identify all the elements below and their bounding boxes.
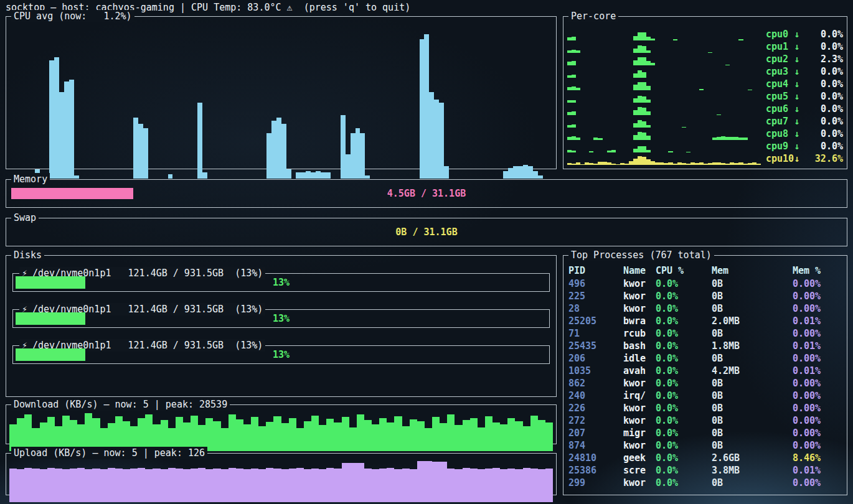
cell-name: avah xyxy=(623,365,656,377)
cell-name: irq/ xyxy=(623,390,656,402)
chart-bar xyxy=(213,469,220,502)
core-label: cpu3↓0.0% xyxy=(766,65,843,78)
table-row: 71rcub0.0%0B0.00% xyxy=(568,327,844,340)
chart-bar xyxy=(567,62,572,65)
chart-bar xyxy=(304,469,311,502)
chart-bar xyxy=(611,150,616,152)
terminal-screen[interactable]: socktop — host: cachyos-gaming | CPU Tem… xyxy=(0,0,853,504)
chart-bar xyxy=(229,468,236,502)
cell-name: kwor xyxy=(623,439,656,452)
chart-bar xyxy=(417,461,425,502)
chart-bar xyxy=(677,162,682,165)
core-usage-value: 0.0% xyxy=(821,65,843,78)
cell-cpu: 0.0% xyxy=(656,352,712,365)
chart-bar xyxy=(236,419,243,451)
cell-name: kwor xyxy=(623,290,656,302)
chart-bar xyxy=(682,163,686,165)
core-row: cpu4↓0.0% xyxy=(567,78,843,90)
core-row: cpu10↓32.6% xyxy=(567,152,843,165)
core-name: cpu3 xyxy=(766,65,794,78)
chart-bar xyxy=(717,162,721,166)
chart-bar xyxy=(567,75,572,78)
cell-name: bwra xyxy=(623,315,656,327)
chart-bar xyxy=(47,468,55,502)
process-table-header: PIDNameCPU %MemMem % xyxy=(568,264,844,278)
download-chart xyxy=(9,413,553,451)
core-label: cpu9↓0.0% xyxy=(766,140,843,152)
chart-bar xyxy=(143,128,148,179)
processes-panel-title: Top Processes (767 total) xyxy=(568,249,714,261)
chart-bar xyxy=(455,469,462,502)
cell-cpu: 0.0% xyxy=(656,464,712,477)
cell-mem-pct: 0.01% xyxy=(793,365,847,377)
core-usage-value: 0.0% xyxy=(821,115,843,128)
chart-bar xyxy=(161,469,168,502)
chart-bar xyxy=(439,103,444,179)
cell-mem: 4.2MB xyxy=(712,365,793,377)
table-row: 1035avah0.0%4.2MB0.01% xyxy=(568,365,844,377)
chart-bar xyxy=(372,424,379,451)
table-row: 25205bwra0.0%2.0MB0.01% xyxy=(568,315,844,327)
chart-bar xyxy=(704,164,708,165)
chart-bar xyxy=(432,417,440,451)
chart-bar xyxy=(306,171,311,179)
disk-percent-label: 13% xyxy=(13,313,549,324)
chart-bar xyxy=(394,416,402,451)
cell-cpu: 0.0% xyxy=(656,340,712,352)
chart-bar xyxy=(62,416,70,451)
chart-bar xyxy=(100,469,108,502)
core-row: cpu3↓0.0% xyxy=(567,65,843,78)
chart-bar xyxy=(664,163,668,165)
table-row: 28kwor0.0%0B0.00% xyxy=(568,302,844,315)
chart-bar xyxy=(572,37,576,40)
chart-bar xyxy=(440,462,447,502)
cell-cpu: 0.0% xyxy=(656,477,712,489)
chart-bar xyxy=(655,162,659,166)
cell-cpu: 0.0% xyxy=(656,315,712,327)
disk-gauge: ⚡/dev/nvme0n1p1 121.4GB / 931.5GB (13%)1… xyxy=(12,345,550,364)
cell-cpu: 0.0% xyxy=(656,452,712,464)
chart-bar xyxy=(243,469,251,502)
chart-bar xyxy=(425,428,432,451)
chart-bar xyxy=(273,416,281,451)
cell-name: kwor xyxy=(623,477,656,489)
core-name: cpu10 xyxy=(766,152,794,165)
chart-bar xyxy=(455,425,462,451)
table-row: 240irq/0.0%0B0.00% xyxy=(568,390,844,402)
down-arrow-icon: ↓ xyxy=(794,78,799,90)
table-row: 496kwor0.0%0B0.00% xyxy=(568,278,844,290)
chart-bar xyxy=(572,75,576,78)
cell-name: kwor xyxy=(623,302,656,315)
chart-bar xyxy=(572,111,576,115)
disks-panel-title: Disks xyxy=(11,249,44,261)
table-row: 874kwor0.0%0B0.00% xyxy=(568,439,844,452)
chart-bar xyxy=(743,164,748,165)
chart-bar xyxy=(642,46,646,53)
table-row: 862kwor0.0%0B0.00% xyxy=(568,377,844,390)
table-row: 226kwor0.0%0B0.00% xyxy=(568,402,844,414)
chart-bar xyxy=(9,469,17,502)
chart-bar xyxy=(168,468,176,502)
chart-bar xyxy=(686,164,690,165)
chart-bar xyxy=(725,65,730,65)
chart-bar xyxy=(85,469,92,502)
cell-cpu: 0.0% xyxy=(656,414,712,427)
chart-bar xyxy=(738,138,743,141)
core-name: cpu9 xyxy=(766,140,794,152)
chart-bar xyxy=(349,427,357,451)
process-table: PIDNameCPU %MemMem % 496kwor0.0%0B0.00%2… xyxy=(568,264,844,492)
chart-bar xyxy=(198,468,205,502)
chart-bar xyxy=(470,469,478,502)
cell-mem-pct: 0.00% xyxy=(793,352,847,365)
core-spark-chart xyxy=(567,31,761,40)
chart-bar xyxy=(40,469,47,502)
chart-bar xyxy=(730,137,734,140)
chart-bar xyxy=(434,100,439,179)
core-name: cpu1 xyxy=(766,40,794,53)
chart-bar xyxy=(646,136,651,140)
core-usage-value: 0.0% xyxy=(821,28,843,40)
chart-bar xyxy=(567,125,572,128)
cell-name: idle xyxy=(623,352,656,365)
chart-bar xyxy=(311,172,316,179)
cell-pid: 272 xyxy=(568,414,623,427)
